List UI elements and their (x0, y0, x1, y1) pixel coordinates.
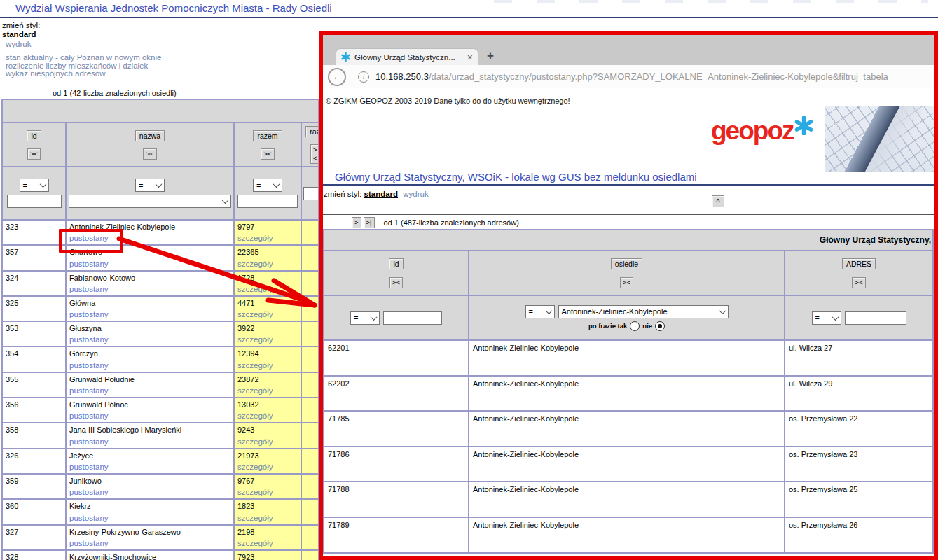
pustostany-link[interactable]: pustostany (69, 386, 230, 395)
cell-nazwa: Górczyn (69, 349, 230, 358)
sort-osiedle-button[interactable]: osiedle (611, 258, 642, 270)
osiedle-table-row: 354 Górczyn pustostany 12394 szczegóły (3, 347, 318, 372)
szczegoly-link[interactable]: szczegóły (237, 260, 298, 268)
szczegoly-link[interactable]: szczegóły (237, 310, 298, 318)
adres-table-row: 71786 Antoninek-Zieliniec-Kobylepole os.… (324, 447, 932, 483)
adres-table-row: 71789 Antoninek-Zieliniec-Kobylepole os.… (324, 518, 932, 554)
resize-nazwa-button[interactable]: >< (143, 148, 156, 160)
pustostany-link[interactable]: pustostany (69, 438, 230, 446)
geopoz-favicon-icon (341, 52, 350, 62)
cell-adres: os. Przemysława 25 (785, 482, 932, 517)
link-stan-aktualny[interactable]: stan aktualny - cały Poznań w nowym okni… (6, 53, 161, 62)
resize-razem-button[interactable]: >< (261, 148, 274, 160)
resize-clipped-button[interactable]: >< (310, 144, 318, 164)
browser-tab[interactable]: Główny Urząd Statystyczn... × (336, 48, 478, 65)
szczegoly-link[interactable]: szczegóły (237, 361, 298, 370)
szczegoly-link[interactable]: szczegóły (237, 386, 298, 395)
pustostany-link[interactable]: pustostany (69, 285, 230, 293)
razem-filter-input[interactable] (237, 195, 298, 208)
id-operator-select[interactable]: = (350, 312, 380, 325)
adres-operator-select[interactable]: = (812, 312, 841, 325)
sort-razem-button[interactable]: razem (253, 130, 282, 141)
id-filter-input[interactable] (7, 195, 62, 208)
heading-divider (323, 184, 934, 186)
phrase-label: po frazie tak (588, 322, 627, 330)
nazwa-operator-select[interactable]: = (135, 178, 165, 192)
resize-id-button[interactable]: >< (389, 277, 403, 288)
navigation-bar: ← i 10.168.250.3/data/urzad_statystyczny… (323, 65, 934, 89)
url-field[interactable]: 10.168.250.3/data/urzad_statystyczny/pus… (375, 71, 888, 82)
resize-osiedle-button[interactable]: >< (620, 277, 633, 288)
osiedle-table-row: 353 Głuszyna pustostany 3922 szczegóły (3, 322, 318, 347)
osiedle-operator-select[interactable]: = (525, 305, 555, 318)
id-filter-input[interactable] (383, 312, 442, 325)
szczegoly-link[interactable]: szczegóły (237, 285, 298, 293)
szczegoly-link[interactable]: szczegóły (237, 514, 298, 522)
id-operator-select[interactable]: = (20, 178, 49, 192)
adres-filter-input[interactable] (845, 312, 906, 325)
nazwa-filter-select[interactable] (69, 195, 231, 208)
back-button[interactable]: ← (328, 68, 346, 86)
next-page-button[interactable]: > (352, 217, 361, 228)
screen: Wydział Wspierania Jednostek Pomocniczyc… (0, 0, 938, 560)
radio-nie[interactable] (655, 321, 665, 331)
style-wydruk-link[interactable]: wydruk (6, 40, 31, 48)
link-rozliczenie[interactable]: rozliczenie liczby mieszkańców i działek (6, 62, 148, 70)
szczegoly-link[interactable]: szczegóły (237, 234, 298, 242)
pustostany-link[interactable]: pustostany (69, 412, 230, 420)
pustostany-link[interactable]: pustostany (69, 463, 230, 471)
szczegoly-link[interactable]: szczegóły (237, 412, 298, 420)
clipped-filter-input[interactable] (303, 187, 319, 200)
osiedle-table-row: 323 Antoninek-Zieliniec-Kobylepole pusto… (3, 220, 318, 246)
cell-id: 325 (6, 299, 62, 307)
table-caption: Główny Urząd Statystyczny, (323, 229, 934, 251)
pustostany-link[interactable]: pustostany (69, 310, 230, 318)
pagination-text: od 1 (42-liczba znalezionych osiedli) (53, 89, 177, 97)
link-wykaz[interactable]: wykaz niespójnych adresów (6, 69, 106, 78)
sort-id-button[interactable]: id (389, 258, 403, 270)
cell-id: 356 (6, 400, 62, 409)
cell-razem: 21973 (237, 451, 298, 460)
pustostany-link[interactable]: pustostany (69, 335, 230, 344)
collapse-button[interactable]: ^ (712, 195, 724, 207)
szczegoly-link[interactable]: szczegóły (237, 539, 298, 547)
sort-adres-button[interactable]: ADRES (842, 258, 876, 270)
cell-nazwa: Krzesiny-Pokrzywno-Garaszewo (69, 528, 230, 536)
style-wydruk-link[interactable]: wydruk (403, 190, 428, 198)
cell-razem: 1823 (237, 502, 298, 510)
pustostany-link[interactable]: pustostany (69, 539, 230, 547)
pustostany-link[interactable]: pustostany (69, 514, 230, 522)
szczegoly-link[interactable]: szczegóły (237, 335, 298, 344)
sort-nazwa-button[interactable]: nazwa (135, 130, 165, 141)
cell-clipped (302, 475, 318, 498)
cell-clipped (302, 449, 318, 473)
resize-id-button[interactable]: >< (27, 148, 41, 160)
tab-close-icon[interactable]: × (467, 52, 473, 62)
szczegoly-link[interactable]: szczegóły (237, 463, 298, 471)
szczegoly-link[interactable]: szczegóły (237, 488, 298, 496)
cell-id: 323 (6, 223, 62, 231)
table-header-row: id >< nazwa >< razem >< raz >< (1, 123, 319, 167)
sort-id-button[interactable]: id (27, 130, 41, 141)
style-standard-link[interactable]: standard (364, 190, 399, 198)
sort-clipped-button[interactable]: raz (305, 126, 318, 137)
pustostany-link[interactable]: pustostany (69, 361, 230, 370)
cell-razem: 12394 (237, 349, 298, 358)
last-page-button[interactable]: >| (364, 217, 375, 228)
style-standard-link[interactable]: standard (2, 30, 36, 38)
pustostany-link[interactable]: pustostany (69, 260, 230, 268)
razem-operator-select[interactable]: = (253, 178, 282, 192)
site-info-icon[interactable]: i (358, 71, 369, 83)
style-label: zmień styl: (2, 21, 40, 29)
resize-adres-button[interactable]: >< (852, 277, 865, 288)
osiedle-table-row: 358 Jana III Sobieskiego i Marysieńki pu… (3, 424, 318, 449)
szczegoly-link[interactable]: szczegóły (237, 438, 298, 446)
new-tab-button[interactable]: + (487, 50, 494, 62)
url-host: 10.168.250.3 (375, 71, 429, 82)
pustostany-link[interactable]: pustostany (69, 488, 230, 496)
osiedle-filter-select[interactable]: Antoninek-Zieliniec-Kobylepole (558, 305, 729, 318)
column-header-id: id >< (324, 251, 469, 295)
cell-clipped (302, 424, 318, 447)
section-divider (323, 214, 934, 215)
radio-tak[interactable] (630, 321, 640, 331)
